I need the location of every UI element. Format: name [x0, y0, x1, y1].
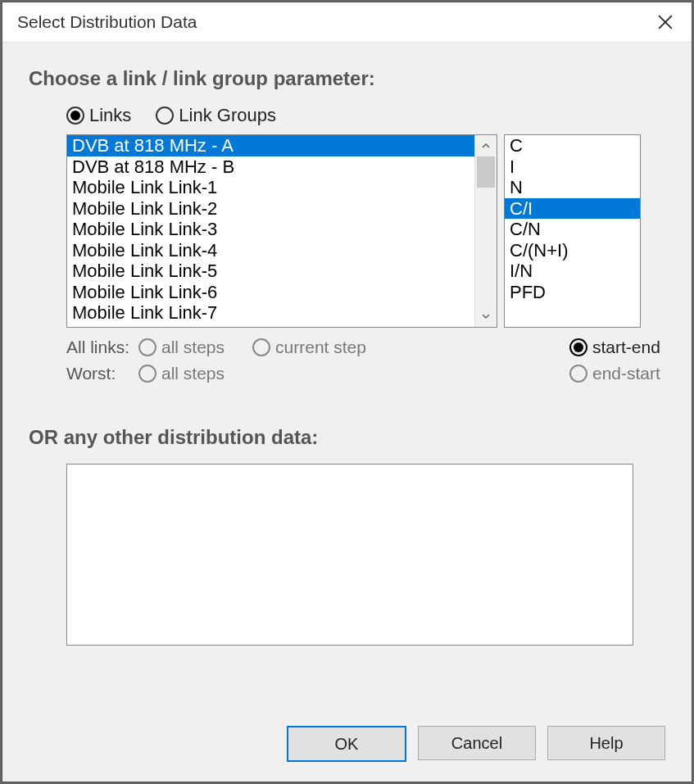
chevron-up-icon: [482, 142, 490, 150]
other-distribution-textbox[interactable]: [66, 464, 633, 646]
list-item[interactable]: Mobile Link Link-1: [67, 177, 474, 198]
worst-label: Worst:: [66, 364, 138, 383]
button-row: OK Cancel Help: [287, 726, 665, 762]
list-item[interactable]: Mobile Link Link-7: [67, 302, 474, 324]
radio-current-step[interactable]: current step: [252, 338, 366, 357]
radio-all-steps-alllinks[interactable]: all steps: [138, 338, 225, 357]
scrollbar-track[interactable]: [475, 156, 497, 306]
client-area: Choose a link / link group parameter: Li…: [2, 43, 692, 782]
dialog-window: Select Distribution Data Choose a link /…: [2, 2, 692, 782]
close-button[interactable]: [649, 6, 682, 39]
list-item[interactable]: DVB at 818 MHz - A: [67, 135, 474, 156]
list-item[interactable]: I/N: [505, 261, 640, 282]
help-button[interactable]: Help: [547, 726, 665, 760]
scroll-up-button[interactable]: [475, 135, 497, 156]
scrollbar[interactable]: [474, 135, 497, 327]
list-item[interactable]: C: [505, 135, 640, 156]
list-item[interactable]: I: [505, 156, 640, 178]
scroll-down-button[interactable]: [475, 306, 497, 327]
choose-section-title: Choose a link / link group parameter:: [29, 67, 665, 90]
scrollbar-thumb[interactable]: [477, 156, 495, 188]
ok-button[interactable]: OK: [287, 726, 406, 762]
radio-link-groups[interactable]: Link Groups: [156, 105, 276, 126]
list-item[interactable]: Mobile Link Link-8: [67, 324, 474, 327]
parameter-listbox[interactable]: CINC/IC/NC/(N+I)I/NPFD: [504, 134, 641, 328]
list-item[interactable]: PFD: [505, 282, 640, 303]
all-links-filter-row: All links: all steps current step start-…: [66, 338, 665, 357]
worst-filter-row: Worst: all steps end-start: [66, 364, 665, 383]
list-item[interactable]: N: [505, 177, 640, 198]
mode-radio-group: Links Link Groups: [66, 105, 665, 126]
list-item[interactable]: Mobile Link Link-2: [67, 198, 474, 220]
radio-link-groups-label: Link Groups: [179, 105, 276, 126]
close-icon: [658, 15, 673, 29]
window-title: Select Distribution Data: [17, 12, 197, 32]
titlebar: Select Distribution Data: [2, 2, 692, 43]
radio-all-steps-worst[interactable]: all steps: [138, 364, 225, 383]
cancel-button[interactable]: Cancel: [418, 726, 536, 760]
list-item[interactable]: C/(N+I): [505, 240, 640, 261]
or-section-title: OR any other distribution data:: [29, 426, 665, 449]
radio-end-start[interactable]: end-start: [569, 364, 660, 383]
radio-links[interactable]: Links: [66, 105, 131, 126]
list-item[interactable]: C/N: [505, 219, 640, 240]
list-item[interactable]: Mobile Link Link-6: [67, 282, 474, 303]
list-item[interactable]: C/I: [505, 198, 640, 220]
list-item[interactable]: DVB at 818 MHz - B: [67, 156, 474, 178]
lists-row: DVB at 818 MHz - ADVB at 818 MHz - BMobi…: [66, 134, 665, 328]
radio-start-end[interactable]: start-end: [569, 338, 660, 357]
chevron-down-icon: [482, 312, 490, 320]
link-listbox[interactable]: DVB at 818 MHz - ADVB at 818 MHz - BMobi…: [66, 134, 497, 328]
list-item[interactable]: Mobile Link Link-3: [67, 219, 474, 240]
list-item[interactable]: Mobile Link Link-5: [67, 261, 474, 282]
all-links-label: All links:: [66, 338, 138, 357]
radio-links-label: Links: [89, 105, 131, 126]
list-item[interactable]: Mobile Link Link-4: [67, 240, 474, 261]
